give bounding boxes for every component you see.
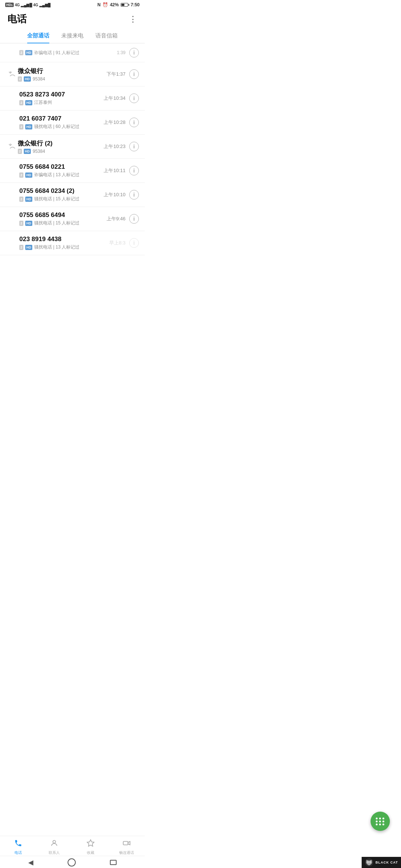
call-sub-8: 2 HD 骚扰电话 | 13 人标记过: [19, 244, 109, 250]
call-time-info-7: 上午9:46 i: [107, 214, 139, 224]
call-time-7: 上午9:46: [107, 216, 125, 222]
more-menu-button[interactable]: ⋮: [129, 14, 137, 24]
call-time-info-6: 上午10:10 i: [104, 190, 139, 200]
alarm-icon: ⏰: [102, 2, 108, 7]
call-info-1: 微众银行 2 HD 95384: [18, 67, 107, 82]
badge-2-8: 2: [19, 245, 23, 250]
info-button[interactable]: i: [129, 48, 139, 57]
status-bar: HD₁ 4G ▂▄▆█ 4G ▂▄▆█ N ⏰ 42% 7:50: [0, 0, 145, 9]
signal-bars-2: ▂▄▆█: [39, 3, 50, 7]
badge-hd-3: HD: [25, 124, 32, 129]
status-right: N ⏰ 42% 7:50: [97, 2, 140, 7]
badge-hd-2: HD: [25, 100, 32, 105]
call-time-info-5: 上午10:11 i: [104, 166, 139, 175]
call-info-3: 021 6037 7407 2 HD 骚扰电话 | 60 人标记过: [19, 115, 104, 130]
badge-hd-5: HD: [25, 172, 32, 178]
call-sub-2: 2 HD 江苏泰州: [19, 99, 104, 106]
sub-text-1: 95384: [33, 76, 45, 82]
info-button-4[interactable]: i: [129, 142, 139, 151]
nfc-icon: N: [97, 2, 101, 7]
call-icon-1: [6, 70, 18, 78]
badge-hd-8: HD: [25, 245, 32, 250]
badge-2: 2: [19, 50, 23, 55]
call-time-1: 下午1:37: [107, 71, 125, 78]
hd-indicator: HD₁: [5, 3, 14, 7]
call-sub-7: 2 HD 骚扰电话 | 15 人标记过: [19, 220, 107, 226]
sub-text-8: 骚扰电话 | 13 人标记过: [34, 244, 79, 250]
badge-2-4: 2: [18, 149, 22, 154]
call-time-info-4: 上午10:23 i: [104, 142, 139, 151]
call-name-2: 0523 8273 4007: [19, 91, 104, 98]
badge-hd-7: HD: [25, 221, 32, 226]
call-sub-6: 2 HD 骚扰电话 | 15 人标记过: [19, 196, 104, 202]
call-name-5: 0755 6684 0221: [19, 163, 104, 171]
badge-2-7: 2: [19, 221, 23, 226]
info-button-3[interactable]: i: [129, 118, 139, 127]
badge-2-1: 2: [18, 76, 22, 82]
call-item-5[interactable]: 0755 6684 0221 2 HD 诈骗电话 | 13 人标记过 上午10:…: [0, 159, 145, 183]
call-info-2: 0523 8273 4007 2 HD 江苏泰州: [19, 91, 104, 106]
info-button-2[interactable]: i: [129, 93, 139, 103]
call-name-1: 微众银行: [18, 67, 107, 75]
sub-text-6: 骚扰电话 | 15 人标记过: [34, 196, 79, 202]
sub-text-5: 诈骗电话 | 13 人标记过: [34, 172, 79, 178]
sub-text-3: 骚扰电话 | 60 人标记过: [34, 124, 79, 130]
signal-bars-1: ▂▄▆█: [21, 3, 32, 7]
call-info: 2 HD 诈骗电话 | 91 人标记过: [19, 50, 117, 56]
call-item-2[interactable]: 0523 8273 4007 2 HD 江苏泰州 上午10:34 i: [0, 86, 145, 111]
call-name-3: 021 6037 7407: [19, 115, 104, 122]
call-time-info: 1:39 i: [117, 48, 139, 57]
badge-2-2: 2: [19, 100, 23, 105]
info-button-6[interactable]: i: [129, 190, 139, 200]
call-item-6[interactable]: 0755 6684 0234 (2) 2 HD 骚扰电话 | 15 人标记过 上…: [0, 183, 145, 207]
info-button-8[interactable]: i: [129, 238, 139, 248]
call-item-1[interactable]: 微众银行 2 HD 95384 下午1:37 i: [0, 62, 145, 86]
badge-hd-6: HD: [25, 197, 32, 202]
badge-2-5: 2: [19, 172, 23, 178]
call-time-3: 上午10:28: [104, 119, 125, 126]
info-button-5[interactable]: i: [129, 166, 139, 175]
info-button-1[interactable]: i: [129, 69, 139, 79]
app-container: HD₁ 4G ▂▄▆█ 4G ▂▄▆█ N ⏰ 42% 7:50 电话 ⋮ 全部…: [0, 0, 145, 313]
badge-2-6: 2: [19, 197, 23, 202]
call-icon-4: [6, 143, 18, 150]
missed-outgoing-icon: [8, 70, 16, 78]
tabs-bar: 全部通话 未接来电 语音信箱: [0, 29, 145, 43]
tab-all-calls[interactable]: 全部通话: [27, 32, 49, 43]
call-info-7: 0755 6685 6494 2 HD 骚扰电话 | 15 人标记过: [19, 211, 107, 226]
call-time-8: 早上8:3: [109, 240, 125, 246]
call-info-8: 023 8919 4438 2 HD 骚扰电话 | 13 人标记过: [19, 236, 109, 250]
call-item-partial-top[interactable]: 2 HD 诈骗电话 | 91 人标记过 1:39 i: [0, 43, 145, 62]
call-time-4: 上午10:23: [104, 143, 125, 150]
call-sub-4: 2 HD 95384: [18, 149, 104, 154]
header: 电话 ⋮: [0, 9, 145, 29]
call-item-4[interactable]: 微众银行 (2) 2 HD 95384 上午10:23 i: [0, 135, 145, 159]
call-info-5: 0755 6684 0221 2 HD 诈骗电话 | 13 人标记过: [19, 163, 104, 178]
call-time-info-8: 早上8:3 i: [109, 238, 139, 248]
call-item-7[interactable]: 0755 6685 6494 2 HD 骚扰电话 | 15 人标记过 上午9:4…: [0, 207, 145, 231]
call-time-6: 上午10:10: [104, 191, 125, 198]
call-time-5: 上午10:11: [104, 167, 125, 174]
badge-2-3: 2: [19, 124, 23, 129]
call-info-4: 微众银行 (2) 2 HD 95384: [18, 139, 104, 154]
tab-missed-calls[interactable]: 未接来电: [61, 32, 84, 43]
call-time-info-2: 上午10:34 i: [104, 93, 139, 103]
call-item-3[interactable]: 021 6037 7407 2 HD 骚扰电话 | 60 人标记过 上午10:2…: [0, 111, 145, 135]
call-sub-5: 2 HD 诈骗电话 | 13 人标记过: [19, 172, 104, 178]
status-left: HD₁ 4G ▂▄▆█ 4G ▂▄▆█: [5, 3, 50, 7]
battery-icon: [121, 3, 128, 7]
call-sub-3: 2 HD 骚扰电话 | 60 人标记过: [19, 124, 104, 130]
call-info-6: 0755 6684 0234 (2) 2 HD 骚扰电话 | 15 人标记过: [19, 187, 104, 202]
call-sub-1: 2 HD 95384: [18, 76, 107, 82]
badge-hd: HD: [25, 50, 32, 55]
call-list: 2 HD 诈骗电话 | 91 人标记过 1:39 i 微众银行: [0, 43, 145, 255]
call-name-8: 023 8919 4438: [19, 236, 109, 243]
call-time-2: 上午10:34: [104, 95, 125, 102]
call-item-8[interactable]: 023 8919 4438 2 HD 骚扰电话 | 13 人标记过 早上8:3 …: [0, 231, 145, 255]
tab-voicemail[interactable]: 语音信箱: [95, 32, 118, 43]
call-name-6: 0755 6684 0234 (2): [19, 187, 104, 195]
sub-text-4: 95384: [33, 149, 45, 154]
sub-text-7: 骚扰电话 | 15 人标记过: [34, 220, 79, 226]
clock: 7:50: [131, 2, 140, 7]
info-button-7[interactable]: i: [129, 214, 139, 224]
